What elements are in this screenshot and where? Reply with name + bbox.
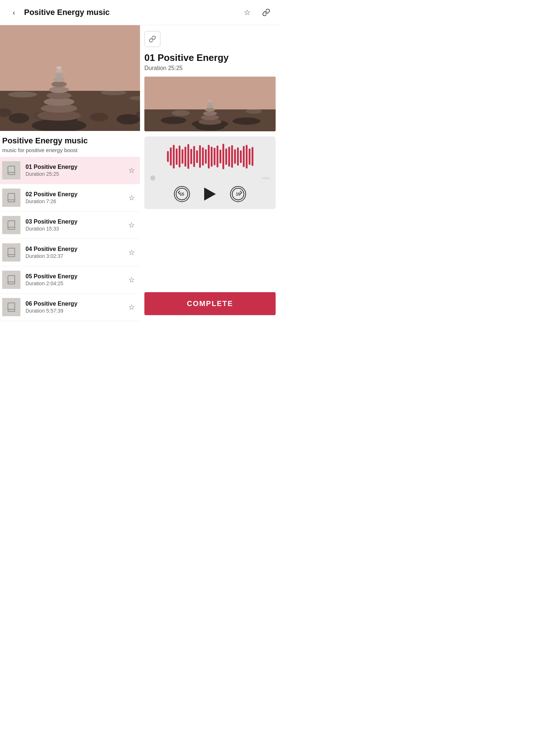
play-button[interactable] (201, 185, 219, 203)
track-info: 03 Positive Energy Duration 15:33 (26, 218, 127, 232)
track-list: 01 Positive Energy Duration 25:25 ☆ 02 P… (0, 157, 140, 321)
waveform-bar (170, 147, 172, 166)
waveform-bar (246, 145, 248, 169)
svg-point-35 (208, 100, 212, 102)
track-favorite-button[interactable]: ☆ (127, 165, 136, 176)
track-favorite-button[interactable]: ☆ (127, 274, 136, 286)
track-thumbnail (2, 243, 20, 262)
waveform-bar (205, 149, 207, 164)
waveform-bar (179, 146, 180, 167)
track-favorite-button[interactable]: ☆ (127, 247, 136, 258)
waveform-bar (252, 147, 253, 166)
waveform-bar (222, 144, 224, 169)
waveform-bar (176, 148, 178, 165)
waveform-bar (217, 146, 218, 167)
track-thumbnail (2, 161, 20, 179)
player-box: --:-- 15 15 (144, 136, 276, 209)
back-button[interactable]: ‹ (7, 6, 20, 19)
favorite-button[interactable]: ☆ (241, 6, 254, 19)
svg-text:15: 15 (236, 192, 240, 196)
track-duration: Duration 25:25 (26, 171, 127, 177)
svg-point-14 (49, 86, 69, 93)
waveform-bar (196, 150, 198, 163)
waveform-bar (173, 145, 175, 169)
track-info: 02 Positive Energy Duration 7:26 (26, 191, 127, 204)
waveform-bar (228, 147, 230, 167)
svg-point-27 (233, 117, 260, 125)
left-column: Positive Energy music music for positive… (0, 25, 140, 321)
track-item[interactable]: 04 Positive Energy Duration 3:02:37 ☆ (0, 239, 140, 266)
waveform-bar (208, 145, 210, 169)
hero-image (0, 25, 140, 131)
waveform-bar (187, 144, 189, 169)
track-duration: Duration 15:33 (26, 226, 127, 232)
detail-link-button[interactable] (144, 31, 160, 47)
waveform-bar (167, 151, 169, 162)
track-thumbnail (2, 298, 20, 316)
track-favorite-button[interactable]: ☆ (127, 301, 136, 313)
header-left: ‹ Positive Energy music (7, 6, 110, 19)
detail-thumbnail (144, 77, 276, 131)
track-info: 06 Positive Energy Duration 5:57:39 (26, 301, 127, 314)
waveform-bar (190, 149, 192, 164)
waveform-bar (234, 149, 236, 164)
track-duration: Duration 7:26 (26, 198, 127, 204)
detail-title: 01 Positive Energy (144, 52, 276, 63)
svg-point-34 (207, 102, 213, 105)
track-name: 01 Positive Energy (26, 164, 127, 170)
time-display: --:-- (262, 175, 270, 181)
track-duration: Duration 5:57:39 (26, 308, 127, 314)
waveform-bar (193, 146, 195, 167)
waveform-bar (231, 145, 233, 168)
controls-row: 15 15 (150, 185, 270, 203)
svg-point-15 (51, 81, 67, 87)
track-thumbnail (2, 216, 20, 234)
svg-point-32 (205, 108, 215, 112)
right-column: 01 Positive Energy Duration 25:25 (140, 25, 280, 321)
svg-point-21 (101, 90, 127, 95)
svg-point-25 (161, 117, 186, 124)
svg-text:15: 15 (180, 192, 184, 196)
svg-point-20 (8, 92, 37, 97)
waveform-bar (225, 148, 227, 165)
waveform-bar (249, 148, 250, 165)
svg-point-18 (56, 69, 62, 73)
waveform (150, 144, 270, 169)
detail-duration: Duration 25:25 (144, 65, 276, 71)
playlist-title: Positive Energy music (2, 136, 136, 146)
track-favorite-button[interactable]: ☆ (127, 219, 136, 231)
track-name: 02 Positive Energy (26, 191, 127, 198)
svg-point-33 (206, 105, 214, 108)
waveform-bar (219, 150, 221, 163)
track-favorite-button[interactable]: ☆ (127, 192, 136, 204)
progress-row: --:-- (150, 175, 270, 181)
waveform-bar (237, 147, 239, 166)
track-item[interactable]: 03 Positive Energy Duration 15:33 ☆ (0, 212, 140, 239)
track-item[interactable]: 02 Positive Energy Duration 7:26 ☆ (0, 184, 140, 212)
progress-dot[interactable] (150, 175, 155, 181)
track-thumbnail (2, 271, 20, 289)
waveform-bar (243, 146, 245, 167)
track-item[interactable]: 01 Positive Energy Duration 25:25 ☆ (0, 157, 140, 184)
main-layout: Positive Energy music music for positive… (0, 25, 280, 321)
svg-point-16 (53, 77, 65, 82)
track-item[interactable]: 05 Positive Energy Duration 2:04:25 ☆ (0, 266, 140, 294)
svg-point-36 (172, 110, 190, 116)
share-link-button[interactable] (260, 6, 273, 19)
playlist-info: Positive Energy music music for positive… (0, 131, 140, 157)
track-thumbnail (2, 189, 20, 207)
playlist-description: music for positive energy boost (2, 147, 136, 153)
track-item[interactable]: 06 Positive Energy Duration 5:57:39 ☆ (0, 294, 140, 321)
svg-point-30 (201, 115, 219, 120)
svg-point-19 (57, 66, 62, 69)
waveform-bar (202, 147, 204, 166)
track-info: 05 Positive Energy Duration 2:04:25 (26, 273, 127, 286)
header-title: Positive Energy music (24, 8, 110, 17)
play-icon (204, 187, 216, 201)
detail-info: 01 Positive Energy Duration 25:25 (144, 52, 276, 71)
track-name: 04 Positive Energy (26, 246, 127, 252)
skip-back-button[interactable]: 15 (174, 186, 190, 202)
complete-button[interactable]: COMPLETE (144, 292, 276, 315)
skip-forward-button[interactable]: 15 (230, 186, 246, 202)
track-name: 05 Positive Energy (26, 273, 127, 280)
